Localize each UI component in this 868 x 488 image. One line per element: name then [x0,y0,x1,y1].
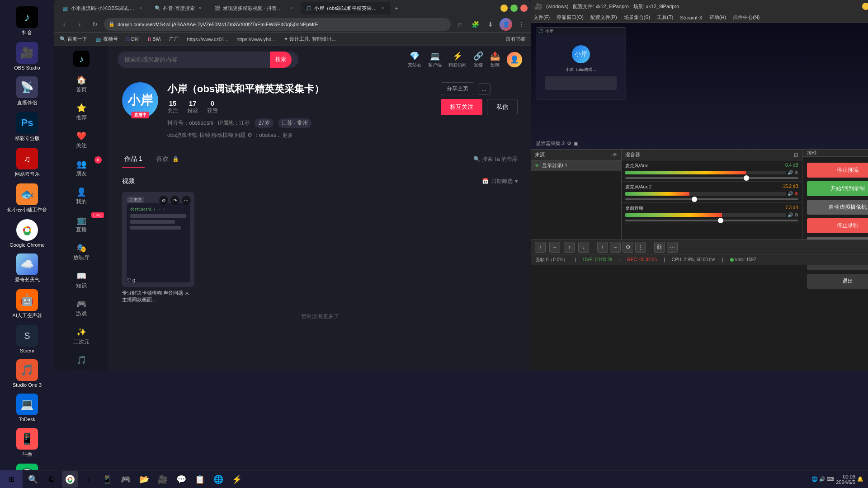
start-button[interactable]: ⊞ [0,470,23,488]
source-visibility-icon[interactable]: 👁 [535,163,539,168]
notification-btn[interactable]: 🔔 [857,476,863,482]
obs-menu-docks[interactable]: 停靠窗口(O) [557,14,584,21]
tab-close-btn[interactable]: × [137,5,144,11]
date-filter-btn[interactable]: 📅 日期筛选 ▾ [482,178,518,185]
taskbar-chrome[interactable] [62,471,78,488]
taskbar-browser2[interactable]: 🌐 [210,471,226,488]
desktop-icon-todesck[interactable]: 💻 ToDesk [5,392,50,424]
volume-slider-2[interactable] [625,198,798,200]
all-bookmarks-btn[interactable]: 所有书签 [504,35,528,43]
desktop-icon-ps[interactable]: Ps 精彩专业版 [5,110,50,144]
extensions-btn[interactable]: 🧩 [469,18,481,31]
obs-source-item-1[interactable]: 👁 显示器采L1 [531,160,621,171]
douyin-nav-music[interactable]: 🎵 ... [54,352,108,371]
browser-tab-3[interactable]: 🎬 发现更多精彩视频 - 抖音搜索 × [210,2,299,14]
video-card-1[interactable]: ▦ 图文 obstiaoshi（ ＜（ [122,192,194,304]
toolbar-add-btn[interactable]: + [535,242,546,253]
desktop-icon-studio[interactable]: 🎵 Studio One 3 [5,357,50,389]
clock[interactable]: 00:09 2024/6/5 [836,474,855,485]
header-action-visit[interactable]: ⚡ 精彩访问 [448,51,467,68]
desktop-icon-obs[interactable]: 🎥 OBS Studio [5,40,50,72]
douyin-nav-knowledge[interactable]: 📖 知识 [54,267,108,293]
tab-works[interactable]: 作品 1 [122,150,145,168]
toolbar-up-btn[interactable]: ↑ [564,242,575,253]
browser-tab-4[interactable]: 🎵 小岸（obs调试和平精英采集卡） × [301,2,391,14]
taskbar-multitask[interactable]: ⧉ [43,471,60,488]
bio-more-btn[interactable]: 更多 [282,132,293,138]
mute-icon-3[interactable]: 🔊 [788,212,793,217]
layout-icon[interactable]: ▣ [574,141,578,146]
desktop-icon-netease[interactable]: ♫ 网易云音乐 [5,146,50,179]
user-avatar[interactable]: 👤 [507,52,522,67]
more-options-btn[interactable]: ... [478,83,491,95]
douyin-nav-live[interactable]: LIVE 📺 直播 [54,211,108,237]
start-record-btn[interactable]: 开始/回到录制 [807,181,868,196]
douyin-nav-friends[interactable]: 6 👥 朋友 [54,155,108,181]
back-btn[interactable]: ‹ [58,18,71,31]
maximize-btn[interactable] [510,5,518,12]
obs-menu-help[interactable]: 帮助(H) [709,14,726,21]
douyin-nav-follow[interactable]: ❤️ 关注 [54,127,108,153]
minimize-btn[interactable] [500,5,508,12]
stat-fans[interactable]: 17 粉丝 [187,99,198,115]
toolbar-down-btn[interactable]: ↓ [578,242,589,253]
obs-menu-profile[interactable]: 配置文件(P) [590,14,617,21]
obs-exit-btn[interactable]: 退出 [807,274,868,289]
toolbar-dots-btn[interactable]: ⋯ [667,242,678,253]
message-btn[interactable]: 私信 [487,99,518,115]
bookmark-baidu[interactable]: 🔍 百度一下 [58,35,89,43]
stat-likes[interactable]: 0 获赞 [207,99,218,115]
volume-handle-3[interactable] [718,218,723,223]
search-input[interactable] [124,56,266,63]
douyin-logo[interactable]: ♪ [72,51,90,67]
bookmark-bili[interactable]: B B站 [146,35,163,43]
search-button[interactable]: 搜索 [270,52,292,68]
toolbar-remove-btn[interactable]: − [549,242,560,253]
header-action-chongzhi[interactable]: 💎 充站石 [408,51,421,68]
volume-handle-2[interactable] [692,197,697,202]
browser-tab-2[interactable]: 🔍 抖音-百度搜索 × [150,2,208,14]
obs-minimize-btn[interactable] [862,3,868,10]
toolbar-add2-btn[interactable]: + [597,242,608,253]
stop-record-btn[interactable]: 停止录制 [807,218,868,233]
desktop-icon-tiktok[interactable]: ♪ 抖音 [5,5,50,38]
obs-menu-tools[interactable]: 工具(T) [657,14,673,21]
add-source-icon[interactable]: 👁 [612,152,618,158]
bookmark-design[interactable]: ✦ 设计工具, 智能设计... [282,35,338,43]
desktop-icon-ai[interactable]: 🤖 AI人工变声器 [5,287,50,321]
gear-icon[interactable]: ⚙ [567,141,571,146]
profile-btn[interactable]: 👤 [500,18,512,31]
download-btn[interactable]: ⬇ [484,18,497,31]
desktop-icon-obs2[interactable]: 📡 直播伴侣 [5,75,50,108]
taskbar-tiktok[interactable]: ♪ [80,471,97,488]
taskbar-red[interactable]: 📱 [99,471,115,488]
taskbar-obs[interactable]: 🎥 [155,471,171,488]
menu-btn[interactable]: ⋮ [515,18,528,31]
new-tab-btn[interactable]: + [395,5,398,12]
taskbar-more[interactable]: 📂 [136,471,152,488]
toolbar-more-btn[interactable]: ⋮ [635,242,646,253]
close-btn[interactable] [520,5,528,12]
share-page-btn[interactable]: 分享主页 [441,82,474,95]
douyin-nav-game[interactable]: 🎮 游戏 [54,296,108,321]
bookmark-star-btn[interactable]: ☆ [453,18,466,31]
douyin-nav-mine[interactable]: 👤 我的 [54,183,108,209]
obs-menu-streamfx[interactable]: StreamFX [680,15,703,20]
browser-tab-1[interactable]: 📺 小米推流码-小米OBS调试, O8... × [58,2,148,14]
desktop-icon-steam[interactable]: S Staem [5,323,50,355]
bookmark-shipin[interactable]: 📺 视频号 [94,35,120,43]
bookmark-cz01[interactable]: https://www.cz01... [185,36,231,43]
desktop-icon-wechat[interactable]: 💬 微信 [5,462,50,470]
desktop-icon-fish[interactable]: 🐟 鱼小云小鋪工作台 [5,182,50,215]
douyin-nav-recommend[interactable]: ⭐ 推荐 [54,99,108,125]
mixer-expand-icon[interactable]: ⊟ [794,152,798,158]
search-bar[interactable]: 搜索 [118,52,298,68]
tab-likes[interactable]: 喜欢 🔒 [154,150,181,168]
refresh-btn[interactable]: ↻ [89,18,101,31]
follow-btn[interactable]: 相互关注 [441,99,482,115]
taskbar-discord[interactable]: 💬 [173,471,189,488]
obs-menu-scenes[interactable]: 场景集合(S) [624,14,651,21]
douyin-nav-cinema[interactable]: 🎭 放映厅 [54,239,108,265]
toolbar-chain-btn[interactable]: ⛓ [654,242,665,253]
taskbar-mini[interactable]: ⚡ [229,471,245,488]
